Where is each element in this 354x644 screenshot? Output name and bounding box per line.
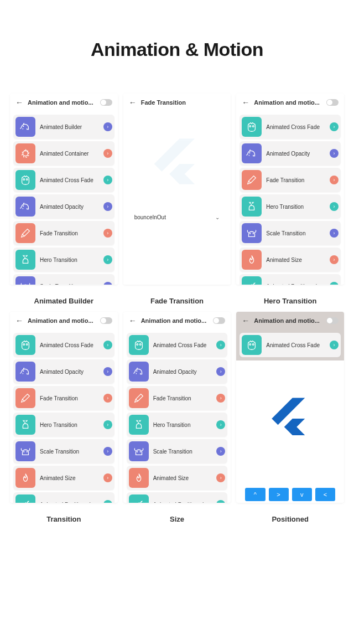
list-item[interactable]: Hero Transition› (13, 413, 114, 437)
phone-screen: ← Animation and motio... Animated Builde… (10, 94, 118, 285)
chevron-right-icon: › (330, 255, 339, 264)
list-item[interactable]: Animated Cross Fade› (240, 333, 341, 357)
list-item[interactable]: Animated Cross Fade› (13, 168, 114, 192)
chevron-right-icon: › (103, 367, 112, 376)
list-item[interactable]: Hero Transition› (240, 194, 341, 219)
list-item[interactable]: Scale Transition› (127, 439, 228, 463)
easing-dropdown[interactable]: bounceInOut ⌄ (129, 211, 226, 224)
right-button[interactable]: > (269, 488, 289, 501)
chevron-right-icon: › (330, 149, 339, 158)
bull-icon (242, 223, 262, 243)
list-item[interactable]: Animated Positioned› (240, 274, 341, 285)
chevron-right-icon: › (330, 122, 339, 131)
bull-icon (15, 276, 35, 285)
deer-icon (15, 250, 35, 270)
list-item[interactable]: Animated Size› (127, 466, 228, 490)
theme-toggle[interactable] (213, 317, 225, 324)
caption: Animated Builder (10, 297, 118, 305)
list-item[interactable]: Animated Cross Fade› (13, 333, 114, 357)
item-label: Animated Container (40, 151, 99, 157)
header-title: Animation and motio... (28, 317, 96, 324)
cell-transition: ← Animation and motio... Animated Cross … (10, 312, 118, 523)
item-label: Fade Transition (153, 395, 212, 401)
back-icon[interactable]: ← (15, 98, 23, 107)
list-item[interactable]: Fade Transition› (240, 168, 341, 192)
item-label: Animated Size (153, 475, 212, 481)
owl-icon (15, 170, 35, 190)
elephant-icon (15, 197, 35, 217)
list-item[interactable]: Animated Size› (240, 248, 341, 272)
item-label: Animated Cross Fade (266, 342, 325, 348)
left-button[interactable]: < (315, 488, 335, 501)
theme-toggle[interactable] (100, 317, 112, 324)
item-label: Animated Builder (40, 124, 99, 130)
app-header: ← Animation and motio... (236, 94, 344, 111)
list-item[interactable]: Animated Cross Fade› (127, 333, 228, 357)
list-item[interactable]: Animated Opacity› (13, 194, 114, 219)
down-button[interactable]: v (292, 488, 312, 501)
header-title: Animation and motio... (254, 317, 322, 324)
list-item[interactable]: Fade Transition› (13, 221, 114, 245)
back-icon[interactable]: ← (15, 316, 23, 325)
list-item[interactable]: Animated Positioned› (127, 492, 228, 503)
item-label: Animated Cross Fade (153, 342, 212, 348)
list-item[interactable]: Animated Cross Fade› (240, 115, 341, 139)
back-icon[interactable]: ← (129, 316, 137, 325)
caption: Positioned (236, 515, 344, 523)
list-item[interactable]: Fade Transition› (13, 386, 114, 410)
direction-buttons: ^ > v < (236, 488, 344, 501)
item-label: Scale Transition (266, 230, 325, 236)
phone-screen: ← Fade Transition bounceInOut ⌄ (123, 94, 231, 285)
animation-list: Animated Cross Fade›Animated Opacity›Fad… (10, 329, 118, 503)
animation-list: Animated Cross Fade›Animated Opacity›Fad… (123, 329, 231, 503)
phone-screen: ← Animation and motio... Animated Cross … (10, 312, 118, 503)
item-label: Animated Positioned (153, 502, 212, 503)
back-icon[interactable]: ← (242, 98, 249, 107)
item-label: Hero Transition (266, 204, 325, 210)
back-icon[interactable]: ← (242, 316, 249, 325)
list-item[interactable]: Animated Size› (13, 466, 114, 490)
up-button[interactable]: ^ (245, 488, 265, 501)
list-item[interactable]: Fade Transition› (127, 386, 228, 410)
header-title: Fade Transition (141, 99, 226, 106)
chevron-right-icon: › (103, 229, 112, 238)
list-item[interactable]: Animated Opacity› (127, 359, 228, 384)
page-title: Animation & Motion (0, 0, 354, 94)
wand-icon (15, 494, 35, 503)
theme-toggle[interactable] (100, 99, 112, 106)
list-item[interactable]: Animated Opacity› (13, 359, 114, 384)
item-label: Animated Opacity (266, 151, 325, 157)
flutter-logo-icon (147, 133, 207, 194)
list-item[interactable]: Animated Positioned› (13, 492, 114, 503)
app-header: ← Animation and motio... (10, 94, 118, 111)
chevron-right-icon: › (103, 500, 112, 503)
list-item[interactable]: Animated Opacity› (240, 141, 341, 166)
theme-toggle[interactable] (326, 99, 339, 106)
list-item[interactable]: Scale Transition› (13, 274, 114, 285)
pencil-icon (242, 170, 262, 190)
list-item[interactable]: Hero Transition› (13, 248, 114, 272)
theme-toggle[interactable] (326, 317, 339, 324)
chevron-right-icon: › (216, 447, 225, 456)
item-label: Animated Cross Fade (40, 342, 99, 348)
chevron-right-icon: › (330, 341, 339, 349)
app-header: ← Animation and motio... (123, 312, 231, 329)
list-item[interactable]: Animated Container› (13, 141, 114, 166)
back-icon[interactable]: ← (129, 98, 137, 107)
deer-icon (129, 415, 149, 435)
chevron-right-icon: › (330, 282, 339, 285)
list-item[interactable]: Scale Transition› (240, 221, 341, 245)
animation-list: Animated Builder›Animated Container›Anim… (10, 111, 118, 285)
item-label: Scale Transition (40, 449, 99, 455)
caption: Transition (10, 515, 118, 523)
list-item[interactable]: Animated Builder› (13, 115, 114, 139)
cell-positioned: ← Animation and motio... Animated Cross … (236, 312, 344, 523)
cell-size: ← Animation and motio... Animated Cross … (123, 312, 231, 523)
item-label: Animated Opacity (40, 369, 99, 375)
wand-icon (129, 494, 149, 503)
owl-icon (242, 117, 262, 137)
caption: Size (123, 515, 231, 523)
flutter-logo-icon (266, 394, 315, 444)
list-item[interactable]: Hero Transition› (127, 413, 228, 437)
list-item[interactable]: Scale Transition› (13, 439, 114, 463)
